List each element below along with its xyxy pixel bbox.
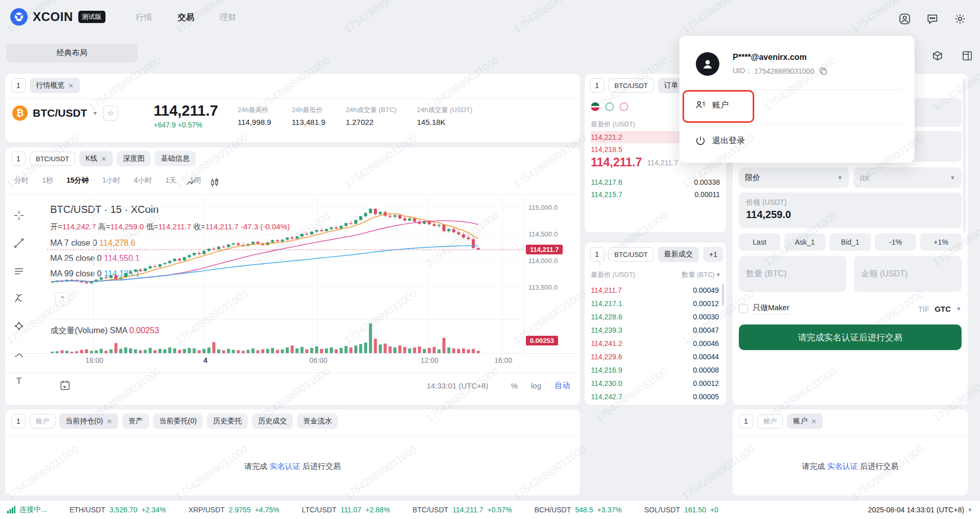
scrollbar-track[interactable] bbox=[963, 79, 966, 232]
candlestick-chart[interactable] bbox=[47, 199, 524, 353]
book-asks-icon[interactable] bbox=[620, 102, 628, 111]
price-quick-button[interactable]: +1% bbox=[920, 233, 962, 251]
trade-row[interactable]: 114,211.70.00049 bbox=[591, 284, 719, 297]
trade-row[interactable]: 114,228.60.00030 bbox=[591, 310, 719, 323]
bottom-tab[interactable]: 历史委托 bbox=[207, 414, 248, 429]
trade-row[interactable]: 114,239.30.00047 bbox=[591, 323, 719, 337]
tab-more[interactable]: +1 bbox=[703, 247, 723, 262]
statusbar-ticker[interactable]: SOL/USDT161.50+0 bbox=[644, 506, 718, 514]
tab-depth[interactable]: 深度图 bbox=[117, 151, 151, 166]
kyc-link[interactable]: 实名认证 bbox=[270, 462, 301, 470]
brush-icon[interactable] bbox=[12, 347, 26, 360]
time-axis[interactable]: 18:00406:0012:0016:00 bbox=[47, 356, 524, 369]
pitchfork-icon[interactable] bbox=[12, 292, 26, 305]
orderbook-row[interactable]: 114,217.60.00338 bbox=[591, 176, 720, 188]
panel-index-badge[interactable]: 1 bbox=[11, 152, 26, 166]
statusbar-ticker[interactable]: BTC/USDT114,211.7+0.57% bbox=[413, 506, 512, 514]
interval-button[interactable]: 分时 bbox=[14, 176, 29, 185]
bottom-tab[interactable]: 当前委托(0) bbox=[153, 414, 203, 429]
collapse-pane-button[interactable]: ⌃ bbox=[55, 292, 70, 306]
nav-item[interactable]: 理财 bbox=[220, 12, 236, 23]
menu-item-logout[interactable]: 退出登录 bbox=[695, 135, 745, 146]
panel-index-badge[interactable]: 1 bbox=[11, 78, 26, 93]
book-bids-icon[interactable] bbox=[605, 102, 614, 111]
settings-gear-icon[interactable] bbox=[952, 11, 968, 27]
kyc-link[interactable]: 实名认证 bbox=[827, 462, 858, 470]
layout-columns-icon[interactable] bbox=[960, 48, 975, 63]
col-qty[interactable]: 数量 (BTC) ▾ bbox=[682, 270, 720, 279]
line-chart-icon[interactable] bbox=[184, 176, 198, 189]
tab-latest-trades[interactable]: 最新成交 bbox=[658, 247, 699, 262]
log-scale-button[interactable]: log bbox=[531, 381, 541, 390]
interval-button[interactable]: 1小时 bbox=[102, 176, 120, 185]
auto-scale-button[interactable]: 自动 bbox=[555, 381, 570, 391]
interval-button[interactable]: 4小时 bbox=[134, 176, 152, 185]
statusbar-ticker[interactable]: ETH/USDT3,526.70+2.34% bbox=[70, 506, 166, 514]
book-both-icon[interactable] bbox=[591, 102, 600, 111]
indicator-icon[interactable] bbox=[208, 176, 221, 189]
tab-basic-info[interactable]: 基础信息 bbox=[155, 151, 196, 166]
price-quick-button[interactable]: Ask_1 bbox=[784, 233, 826, 251]
trade-row[interactable]: 114,242.70.00005 bbox=[591, 390, 719, 403]
statusbar-ticker[interactable]: XRP/USDT2.9755+4.75% bbox=[188, 506, 280, 514]
close-icon[interactable]: ✕ bbox=[68, 82, 74, 90]
nav-item[interactable]: 行情 bbox=[136, 12, 152, 23]
classic-layout-button[interactable]: 经典布局 bbox=[6, 44, 138, 62]
interval-button[interactable]: 15分钟 bbox=[67, 176, 89, 185]
pair-pill[interactable]: BTC/USDT bbox=[608, 78, 654, 93]
tab-market-overview[interactable]: 行情概览✕ bbox=[30, 78, 80, 93]
panel-index-badge[interactable]: 1 bbox=[590, 78, 604, 93]
trendline-icon[interactable] bbox=[12, 236, 26, 250]
price-quick-button[interactable]: Bid_1 bbox=[829, 233, 871, 251]
price-quick-button[interactable]: Last bbox=[739, 233, 780, 251]
panel-index-badge[interactable]: 1 bbox=[590, 247, 604, 262]
bottom-tab[interactable]: 历史成交 bbox=[252, 414, 293, 429]
menu-item-account[interactable]: 账户 bbox=[695, 99, 729, 111]
nav-item[interactable]: 交易 bbox=[178, 12, 194, 23]
crosshair-icon[interactable] bbox=[12, 209, 26, 222]
bottom-tab[interactable]: 资金流水 bbox=[297, 414, 338, 429]
chevron-down-icon[interactable]: ▼ bbox=[956, 306, 962, 312]
pair-pill[interactable]: BTC/USDT bbox=[608, 247, 654, 262]
scrollbar-thumb[interactable] bbox=[722, 284, 724, 306]
go-to-date-icon[interactable] bbox=[58, 379, 72, 392]
amount-input[interactable]: 金额 (USDT) bbox=[854, 256, 962, 292]
parallel-lines-icon[interactable] bbox=[12, 264, 26, 277]
price-input[interactable]: 价格 (USDT) 114,259.0 bbox=[739, 192, 962, 228]
percent-scale-button[interactable]: % bbox=[511, 381, 518, 390]
price-quick-button[interactable]: -1% bbox=[875, 233, 917, 251]
close-icon[interactable]: ✕ bbox=[101, 155, 106, 163]
close-icon[interactable]: ✕ bbox=[106, 418, 112, 425]
trade-row[interactable]: 114,229.60.00044 bbox=[591, 350, 719, 363]
tab-kline[interactable]: K线✕ bbox=[79, 151, 113, 166]
tif-select[interactable]: GTC bbox=[934, 305, 951, 313]
panel-index-badge[interactable]: 1 bbox=[11, 414, 26, 428]
trade-row[interactable]: 114,216.90.00008 bbox=[591, 363, 719, 377]
statusbar-ticker[interactable]: LTC/USDT111.07+2.88% bbox=[302, 506, 390, 514]
panel-index-badge[interactable]: 1 bbox=[739, 414, 753, 428]
orderbook-last[interactable]: 114,211.7 114,211.7 bbox=[591, 156, 678, 169]
interval-button[interactable]: 1天 bbox=[165, 176, 177, 185]
maker-checkbox[interactable] bbox=[739, 304, 748, 313]
statusbar-ticker[interactable]: BCH/USDT548.5+3.37% bbox=[535, 506, 622, 514]
pair-name[interactable]: BTC/USDT bbox=[33, 107, 87, 119]
price-axis[interactable]: 115,000.0114,500.0114,000.0113,500.0 bbox=[524, 199, 580, 353]
tab-account[interactable]: 账户✕ bbox=[787, 414, 823, 429]
pattern-icon[interactable] bbox=[12, 319, 26, 333]
orderbook-row[interactable]: 114,215.70.00011 bbox=[591, 188, 720, 201]
bottom-tab[interactable]: 资产 bbox=[122, 414, 149, 429]
account-pill[interactable]: 账户 bbox=[30, 414, 55, 428]
text-tool-icon[interactable]: T bbox=[12, 375, 26, 388]
trade-row[interactable]: 114,241.20.00046 bbox=[591, 337, 719, 350]
trade-row[interactable]: 114,217.10.00012 bbox=[591, 297, 719, 310]
account-pill[interactable]: 账户 bbox=[757, 414, 783, 428]
chat-icon[interactable] bbox=[925, 11, 940, 27]
widget-box-icon[interactable] bbox=[930, 48, 945, 63]
trade-row[interactable]: 114,230.00.00012 bbox=[591, 377, 719, 390]
bottom-tab[interactable]: 当前持仓(0)✕ bbox=[59, 414, 118, 429]
order-type-select[interactable]: 限价▼ bbox=[739, 167, 849, 188]
copy-icon[interactable] bbox=[819, 67, 827, 75]
pair-pill[interactable]: BTC/USDT bbox=[30, 152, 75, 166]
quantity-input[interactable]: 数量 (BTC) bbox=[739, 256, 846, 292]
interval-button[interactable]: 1秒 bbox=[42, 176, 53, 185]
